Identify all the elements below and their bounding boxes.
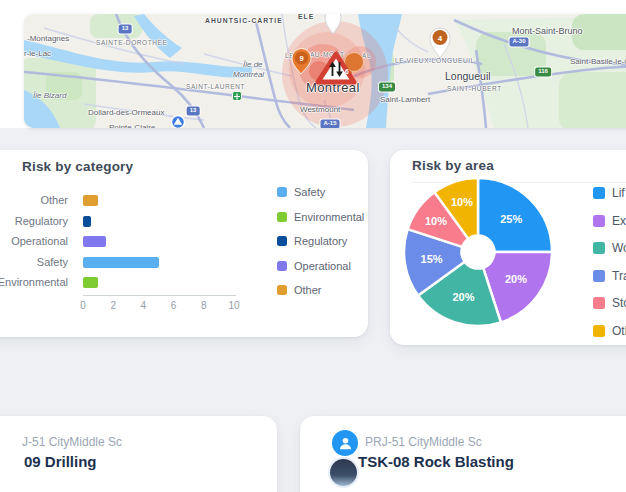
legend-label: Oth	[612, 324, 626, 338]
legend-label: Tra	[612, 269, 626, 283]
legend-item: Wo	[593, 241, 626, 255]
legend-item: Sto	[593, 296, 626, 310]
x-axis-tick: 6	[171, 300, 177, 311]
bar-category-label: Regulatory	[0, 215, 68, 228]
legend-label: Wo	[612, 241, 626, 255]
project-label: PRJ-51 CityMiddle Sc	[365, 435, 482, 449]
risk-by-category-card: Risk by category OtherRegulatoryOperatio…	[0, 150, 368, 337]
legend-label: Operational	[294, 260, 351, 272]
map-pin-4[interactable]: 4	[430, 28, 450, 58]
x-axis-tick: 10	[228, 300, 239, 311]
legend-label: Safety	[294, 186, 325, 198]
x-axis-tick: 0	[80, 300, 86, 311]
donut-chart: 25%20%20%15%10%10%	[396, 170, 560, 334]
legend-swatch	[593, 297, 605, 309]
legend-item: Ex	[593, 214, 626, 228]
task-title: TSK-08 Rock Blasting	[358, 453, 514, 470]
task-card-drilling[interactable]: J-51 CityMiddle Sc 09 Drilling	[0, 416, 277, 492]
legend-swatch	[277, 212, 287, 222]
x-axis-tick: 8	[201, 300, 207, 311]
avatar	[330, 459, 357, 486]
legend-item: Environmental	[277, 211, 364, 223]
marker-6-count: 6	[345, 68, 349, 75]
bar	[83, 257, 159, 268]
bar-category-label: Safety	[0, 256, 68, 269]
task-card-rock-blasting[interactable]: PRJ-51 CityMiddle Sc TSK-08 Rock Blastin…	[300, 416, 626, 492]
legend-item: Regulatory	[277, 235, 364, 247]
bar-category-label: Operational	[0, 235, 68, 248]
legend-swatch	[593, 325, 605, 337]
dashboard-page: -Montagnesr-le-LacSAINTE-DOROTHÉEAHUNTSI…	[0, 0, 626, 492]
legend-item: Operational	[277, 260, 364, 272]
pie-slice-value: 20%	[505, 273, 527, 285]
legend-item: Other	[277, 284, 364, 296]
pie-slice-value: 15%	[421, 253, 443, 265]
legend-swatch	[593, 187, 605, 199]
transit-icon	[172, 116, 185, 129]
bar	[83, 277, 98, 288]
marker-4-count: 4	[438, 34, 443, 43]
legend-item: Lif	[593, 186, 626, 200]
legend-label: Regulatory	[294, 235, 347, 247]
map-pin-9[interactable]: 9	[292, 49, 311, 75]
park-marker-icon	[233, 92, 242, 101]
assignee-icon	[332, 430, 358, 456]
bar	[83, 195, 98, 206]
legend-label: Environmental	[294, 211, 364, 223]
project-label: J-51 CityMiddle Sc	[22, 435, 122, 449]
map-markers-layer: 6 9 4	[24, 14, 626, 128]
legend-label: Other	[294, 284, 322, 296]
risk-by-area-card: Risk by area 25%20%20%15%10%10% LifExWoT…	[390, 150, 626, 345]
x-axis-line	[83, 295, 236, 296]
pie-slice-value: 25%	[500, 213, 522, 225]
legend-swatch	[277, 261, 287, 271]
legend-swatch	[277, 187, 287, 197]
pie-slice-value: 10%	[451, 196, 473, 208]
bar-chart-legend: SafetyEnvironmentalRegulatoryOperational…	[277, 186, 364, 309]
legend-label: Lif	[612, 186, 625, 200]
map-pin-white[interactable]	[325, 14, 341, 34]
legend-label: Ex	[612, 214, 626, 228]
legend-label: Sto	[612, 296, 626, 310]
marker-9-count: 9	[299, 54, 303, 63]
bar	[83, 236, 106, 247]
x-axis-tick: 2	[110, 300, 116, 311]
legend-item: Oth	[593, 324, 626, 338]
bar-category-label: Other	[0, 194, 68, 207]
pie-chart-legend: LifExWoTraStoOth	[593, 186, 626, 352]
legend-item: Safety	[277, 186, 364, 198]
legend-swatch	[277, 285, 287, 295]
bar-category-label: Environmental	[0, 276, 68, 289]
x-axis-tick: 4	[141, 300, 147, 311]
legend-item: Tra	[593, 269, 626, 283]
legend-swatch	[277, 236, 287, 246]
bar	[83, 216, 91, 227]
pie-slice-value: 10%	[425, 215, 447, 227]
legend-swatch	[593, 215, 605, 227]
legend-swatch	[593, 270, 605, 282]
task-title: 09 Drilling	[24, 453, 97, 470]
map-card[interactable]: -Montagnesr-le-LacSAINTE-DOROTHÉEAHUNTSI…	[24, 14, 626, 128]
legend-swatch	[593, 242, 605, 254]
pie-slice-value: 20%	[452, 291, 474, 303]
